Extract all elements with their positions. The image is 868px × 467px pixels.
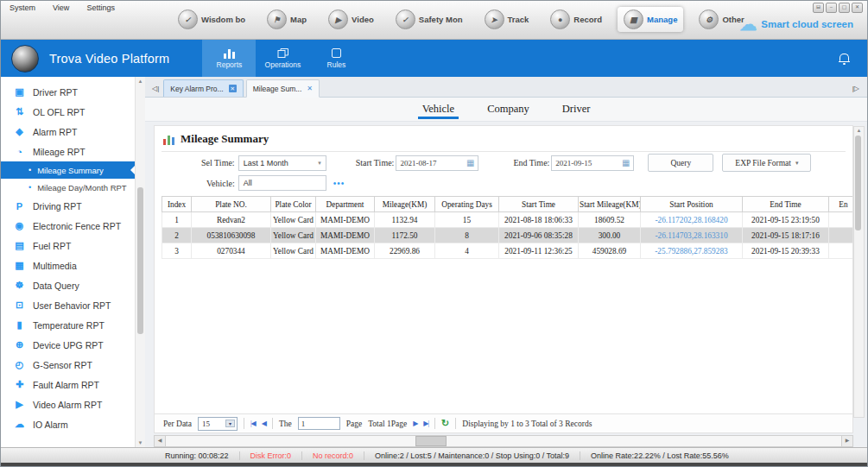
toolbar-button-video[interactable]: ▶ Video bbox=[322, 7, 380, 32]
nav-rules[interactable]: Rules bbox=[309, 40, 363, 77]
close-tab-icon[interactable]: ✕ bbox=[307, 85, 313, 92]
smart-cloud-screen-brand[interactable]: ☁ Smart cloud screen bbox=[739, 19, 853, 29]
collapse-sidebar-icon[interactable]: ◁| bbox=[148, 85, 163, 97]
calendar-icon[interactable]: ▦ bbox=[622, 158, 630, 167]
sidebar-item-video-alarm-rpt[interactable]: ▶Video Alarm RPT bbox=[1, 394, 135, 414]
sidebar-item-temperature-rpt[interactable]: ▮Temperature RPT bbox=[1, 315, 135, 335]
window-bottom-edge bbox=[1, 463, 867, 467]
sidebar-item-data-query[interactable]: ☸Data Query bbox=[1, 275, 135, 295]
minimize-button[interactable]: − bbox=[826, 3, 837, 13]
toolbar-button-map[interactable]: ⚑ Map bbox=[261, 7, 313, 32]
pin-window-button[interactable]: ⊟ bbox=[813, 3, 824, 13]
menu-system[interactable]: System bbox=[10, 3, 35, 12]
cloud-icon: ☁ bbox=[739, 20, 757, 28]
table-row[interactable]: 3 0270344 Yellow Card MAMI-DEMO 22969.86… bbox=[162, 243, 854, 259]
vehicle-input[interactable]: All bbox=[238, 175, 326, 191]
scroll-down-icon[interactable]: ▼ bbox=[136, 440, 145, 445]
col-operating-days[interactable]: Operating Days bbox=[435, 197, 499, 212]
sidebar-item-device-upg-rpt[interactable]: ⊕Device UPG RPT bbox=[1, 335, 135, 355]
start-position-link[interactable]: -26.117202,28.168420 bbox=[641, 212, 743, 228]
scroll-left-icon[interactable]: ◀ bbox=[154, 435, 166, 447]
sidebar-item-mileage-day-month-rpt[interactable]: •Mileage Day/Month RPT bbox=[1, 179, 135, 196]
sidebar-item-multimedia[interactable]: ▦Multimedia bbox=[1, 256, 135, 275]
vertical-scrollbar[interactable]: ▲ bbox=[853, 126, 865, 418]
rate-stats: Online Rate:22.22% / Lost Rate:55.56% bbox=[580, 451, 739, 460]
col-start-position[interactable]: Start Position bbox=[641, 197, 743, 212]
sidebar-item-ol-ofl-rpt[interactable]: ⇅OL OFL RPT bbox=[1, 102, 135, 122]
close-button[interactable]: ✕ bbox=[852, 3, 863, 13]
col-start-time[interactable]: Start Time bbox=[499, 197, 579, 212]
exp-file-format-button[interactable]: EXP File Format ▾ bbox=[722, 154, 811, 172]
sidebar-item-g-sensor-rpt[interactable]: ◴G-Sensor RPT bbox=[1, 355, 135, 375]
tab-vehicle[interactable]: Vehicle bbox=[421, 98, 456, 121]
notification-bell-icon[interactable] bbox=[839, 53, 850, 64]
col-end-truncated[interactable]: En bbox=[829, 197, 854, 212]
scroll-up-icon[interactable]: ▲ bbox=[854, 128, 864, 133]
toolbar-label: Manage bbox=[647, 15, 677, 24]
sidebar-item-driver-rpt[interactable]: ▣Driver RPT bbox=[1, 82, 135, 102]
sidebar-item-mileage-rpt[interactable]: ◔Mileage RPT bbox=[1, 142, 135, 161]
tab-driver[interactable]: Driver bbox=[561, 98, 592, 121]
toolbar-button-manage[interactable]: ▦ Manage bbox=[618, 7, 683, 32]
sidebar-item-fault-alarm-rpt[interactable]: ✚Fault Alarm RPT bbox=[1, 375, 135, 394]
online-offline-icon: ⇅ bbox=[14, 106, 25, 117]
first-page-icon[interactable]: |◀ bbox=[250, 420, 256, 427]
start-position-link[interactable]: -25.792886,27.859283 bbox=[641, 243, 743, 259]
toolbar-button-track[interactable]: ➤ Track bbox=[478, 7, 535, 32]
nav-reports[interactable]: Reports bbox=[202, 40, 256, 77]
scrollbar-thumb[interactable] bbox=[137, 187, 143, 334]
horizontal-scrollbar[interactable]: ◀ ▶ bbox=[154, 435, 853, 447]
sidebar-item-io-alarm[interactable]: ☁IO Alarm bbox=[1, 414, 135, 434]
page-number-input[interactable]: 1 bbox=[298, 417, 340, 430]
menu-view[interactable]: View bbox=[53, 3, 69, 12]
chart-icon bbox=[163, 134, 174, 145]
col-mileage[interactable]: Mileage(KM) bbox=[375, 197, 435, 212]
scroll-up-icon[interactable]: ▲ bbox=[136, 79, 145, 84]
col-start-mileage[interactable]: Start Mileage(KM) bbox=[579, 197, 641, 212]
toolbar-button-record[interactable]: ● Record bbox=[544, 7, 608, 32]
col-end-time[interactable]: End Time bbox=[743, 197, 829, 212]
toolbar-button-safety-monitor[interactable]: ✓ Safety Mon bbox=[390, 7, 469, 32]
next-page-icon[interactable]: ▶ bbox=[413, 420, 417, 427]
sidebar-item-mileage-summary[interactable]: •Mileage Summary bbox=[1, 161, 135, 179]
sidebar-item-user-behavior-rpt[interactable]: ⊡User Behavior RPT bbox=[1, 295, 135, 315]
tab-mileage-summary[interactable]: Mileage Sum... ✕ bbox=[246, 79, 320, 98]
location-pin-icon: ◉ bbox=[14, 220, 25, 231]
tab-key-alarm-pro[interactable]: Key Alarm Pro... ✕ bbox=[163, 79, 243, 97]
tab-company[interactable]: Company bbox=[485, 98, 531, 121]
start-position-link[interactable]: -26.114703,28.163310 bbox=[641, 228, 743, 243]
upgrade-icon: ⊕ bbox=[14, 339, 25, 350]
sidebar-item-electronic-fence-rpt[interactable]: ◉Electronic Fence RPT bbox=[1, 216, 135, 236]
expand-panel-icon[interactable]: |▷ bbox=[848, 85, 864, 97]
col-plate-no[interactable]: Plate NO. bbox=[192, 197, 271, 212]
close-tab-icon[interactable]: ✕ bbox=[229, 85, 237, 92]
vehicle-more-button[interactable]: ••• bbox=[333, 179, 345, 188]
sidebar-item-driving-rpt[interactable]: PDriving RPT bbox=[1, 196, 135, 216]
sel-time-select[interactable]: Last 1 Month ▾ bbox=[238, 155, 326, 171]
table-row[interactable]: 2 053810630098 Yellow Card MAMI-DEMO 117… bbox=[162, 228, 854, 243]
sidebar-item-fuel-rpt[interactable]: ▤Fuel RPT bbox=[1, 236, 135, 256]
nav-operations[interactable]: Operations bbox=[256, 40, 309, 77]
col-department[interactable]: Department bbox=[316, 197, 375, 212]
start-time-input[interactable]: 2021-08-17 ▦ bbox=[396, 155, 478, 171]
end-time-input[interactable]: 2021-09-15 ▦ bbox=[551, 155, 634, 171]
toolbar-button-wisdom-box[interactable]: ✓ Wisdom bo bbox=[172, 7, 251, 32]
per-page-select[interactable]: 15 ▾ bbox=[198, 417, 238, 431]
sidebar-item-alarm-rpt[interactable]: ◈Alarm RPT bbox=[1, 122, 135, 142]
table-row[interactable]: 1 Redvan2 Yellow Card MAMI-DEMO 1132.94 … bbox=[162, 212, 854, 228]
calendar-icon[interactable]: ▦ bbox=[466, 158, 474, 167]
window-controls: ⊟ − ▢ ✕ bbox=[813, 3, 863, 13]
prev-page-icon[interactable]: ◀ bbox=[262, 420, 266, 427]
query-button[interactable]: Query bbox=[648, 154, 713, 172]
scrollbar-thumb[interactable] bbox=[855, 136, 861, 230]
nav-label: Rules bbox=[327, 60, 346, 69]
maximize-button[interactable]: ▢ bbox=[839, 3, 850, 13]
scroll-right-icon[interactable]: ▶ bbox=[841, 435, 853, 447]
last-page-icon[interactable]: ▶| bbox=[423, 420, 428, 427]
col-plate-color[interactable]: Plate Color bbox=[271, 197, 316, 212]
scrollbar-thumb[interactable] bbox=[415, 436, 447, 446]
refresh-icon[interactable]: ↻ bbox=[441, 418, 449, 429]
sidebar-scrollbar[interactable]: ▲ ▼ bbox=[135, 77, 145, 447]
menu-settings[interactable]: Settings bbox=[86, 3, 115, 12]
col-index[interactable]: Index bbox=[162, 197, 192, 212]
